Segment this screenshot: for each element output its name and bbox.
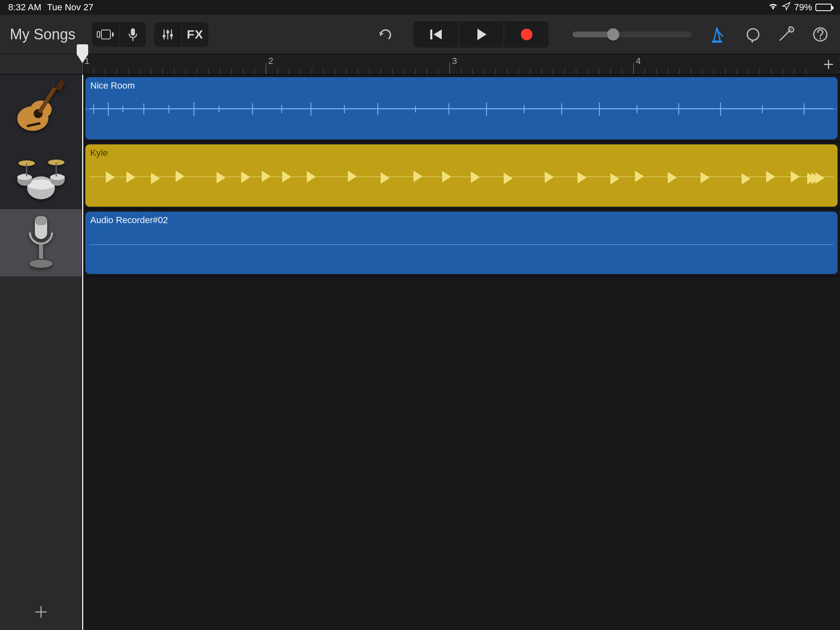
status-time: 8:32 AM xyxy=(8,2,41,13)
svg-point-41 xyxy=(30,260,52,268)
bar-number: 3 xyxy=(452,56,457,66)
svg-rect-0 xyxy=(97,32,100,37)
status-date: Tue Nov 27 xyxy=(47,2,94,13)
mic-icon xyxy=(18,212,64,274)
svg-rect-13 xyxy=(712,41,722,43)
track-lane[interactable]: Audio Recorder#02 xyxy=(82,209,840,276)
svg-rect-3 xyxy=(131,28,135,36)
track-header-mic[interactable] xyxy=(0,209,82,276)
svg-point-9 xyxy=(170,34,173,37)
settings-button[interactable] xyxy=(777,25,797,44)
svg-point-16 xyxy=(791,29,792,30)
track-headers xyxy=(0,75,82,630)
mixer-button[interactable] xyxy=(154,22,181,47)
wifi-icon xyxy=(768,2,778,13)
drums-icon xyxy=(10,147,72,204)
add-track-button[interactable] xyxy=(31,602,51,622)
svg-rect-39 xyxy=(35,216,47,225)
ruler-row: 1234 xyxy=(0,54,840,75)
midi-notes-icon xyxy=(85,168,838,189)
track-lanes[interactable]: Nice Room xyxy=(82,75,840,630)
my-songs-button[interactable]: My Songs xyxy=(10,26,75,43)
undo-button[interactable] xyxy=(372,22,397,47)
playhead[interactable] xyxy=(82,75,83,630)
transport-controls xyxy=(413,21,549,48)
region-label: Kyle xyxy=(90,148,833,158)
ruler-corner xyxy=(0,54,82,74)
svg-point-19 xyxy=(819,38,821,39)
bar-number: 2 xyxy=(268,56,273,66)
controls-group: FX xyxy=(154,22,208,47)
metronome-button[interactable] xyxy=(707,25,727,44)
loop-browser-button[interactable] xyxy=(743,25,763,44)
tracks-area: Nice Room xyxy=(0,75,840,630)
track-header-drums[interactable] xyxy=(0,142,82,209)
svg-point-33 xyxy=(50,174,65,180)
region-label: Audio Recorder#02 xyxy=(90,215,833,226)
go-to-start-button[interactable] xyxy=(413,21,459,48)
svg-rect-1 xyxy=(101,30,110,39)
midi-region[interactable]: Kyle xyxy=(85,144,838,207)
tracks-view-button[interactable] xyxy=(92,22,119,47)
timeline-ruler[interactable]: 1234 xyxy=(82,54,817,74)
svg-point-31 xyxy=(17,174,32,180)
master-volume-slider[interactable] xyxy=(573,32,692,37)
svg-rect-10 xyxy=(430,30,432,39)
location-icon xyxy=(782,2,791,13)
battery-percent: 79% xyxy=(794,2,812,13)
region-label: Nice Room xyxy=(90,80,833,91)
bar-number: 4 xyxy=(636,56,641,66)
svg-rect-2 xyxy=(112,32,114,37)
play-button[interactable] xyxy=(459,21,504,48)
svg-rect-40 xyxy=(39,244,43,259)
track-lane[interactable]: Kyle xyxy=(82,142,840,209)
view-mode-group xyxy=(92,22,146,47)
track-lane[interactable]: Nice Room xyxy=(82,75,840,142)
waveform-icon xyxy=(85,100,838,118)
svg-point-5 xyxy=(163,34,166,37)
add-section-button[interactable] xyxy=(817,54,840,74)
record-button[interactable] xyxy=(504,21,549,48)
battery-icon xyxy=(815,4,832,11)
fx-button[interactable]: FX xyxy=(181,22,208,47)
toolbar: My Songs FX xyxy=(0,15,840,54)
audio-region[interactable]: Nice Room xyxy=(85,77,838,139)
svg-point-14 xyxy=(747,29,759,40)
guitar-icon xyxy=(10,78,72,139)
svg-rect-26 xyxy=(55,79,66,91)
status-bar: 8:32 AM Tue Nov 27 79% xyxy=(0,0,840,15)
track-header-guitar[interactable] xyxy=(0,75,82,142)
help-button[interactable] xyxy=(810,25,830,44)
svg-point-11 xyxy=(521,29,532,40)
svg-point-7 xyxy=(167,30,169,33)
audio-region[interactable]: Audio Recorder#02 xyxy=(85,212,838,274)
microphone-button[interactable] xyxy=(119,22,146,47)
